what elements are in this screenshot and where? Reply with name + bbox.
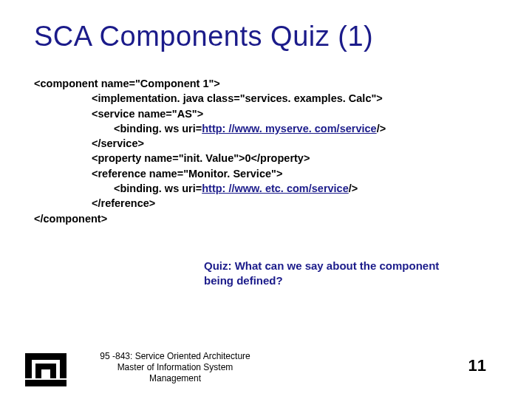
code-line: </service> bbox=[34, 136, 498, 151]
dept-line: Master of Information System bbox=[90, 362, 260, 373]
code-line: <binding. ws uri=http: //www. etc. com/s… bbox=[34, 181, 498, 196]
quiz-line: being defined? bbox=[204, 273, 498, 288]
code-block: <component name="Component 1"> <implemen… bbox=[34, 76, 498, 226]
page-number: 11 bbox=[468, 356, 486, 375]
quiz-line: Quiz: What can we say about the componen… bbox=[204, 259, 498, 273]
code-text: <binding. ws uri= bbox=[114, 183, 202, 194]
code-line: <service name="AS"> bbox=[34, 106, 498, 121]
code-text: /> bbox=[349, 183, 358, 194]
code-text: /> bbox=[377, 123, 386, 134]
code-line: <reference name="Monitor. Service"> bbox=[34, 166, 498, 181]
dept-line: Management bbox=[90, 373, 260, 384]
url-link[interactable]: http: //www. etc. com/service bbox=[202, 183, 349, 194]
code-line: <binding. ws uri=http: //www. myserve. c… bbox=[34, 121, 498, 136]
code-line: <implementation. java class="services. e… bbox=[34, 91, 498, 106]
code-line: <component name="Component 1"> bbox=[34, 76, 498, 91]
course-code: 95 -843: Service Oriented Architecture bbox=[90, 351, 260, 362]
slide-title: SCA Components Quiz (1) bbox=[34, 21, 498, 52]
quiz-prompt: Quiz: What can we say about the componen… bbox=[34, 259, 498, 289]
footer-text: 95 -843: Service Oriented Architecture M… bbox=[90, 351, 260, 384]
slide: SCA Components Quiz (1) <component name=… bbox=[0, 0, 532, 399]
url-link[interactable]: http: //www. myserve. com/service bbox=[202, 123, 376, 134]
logo-icon bbox=[25, 353, 66, 386]
code-line: </component> bbox=[34, 211, 498, 226]
code-line: <property name="init. Value">0</property… bbox=[34, 151, 498, 166]
code-text: <binding. ws uri= bbox=[114, 123, 202, 134]
code-line: </reference> bbox=[34, 196, 498, 211]
